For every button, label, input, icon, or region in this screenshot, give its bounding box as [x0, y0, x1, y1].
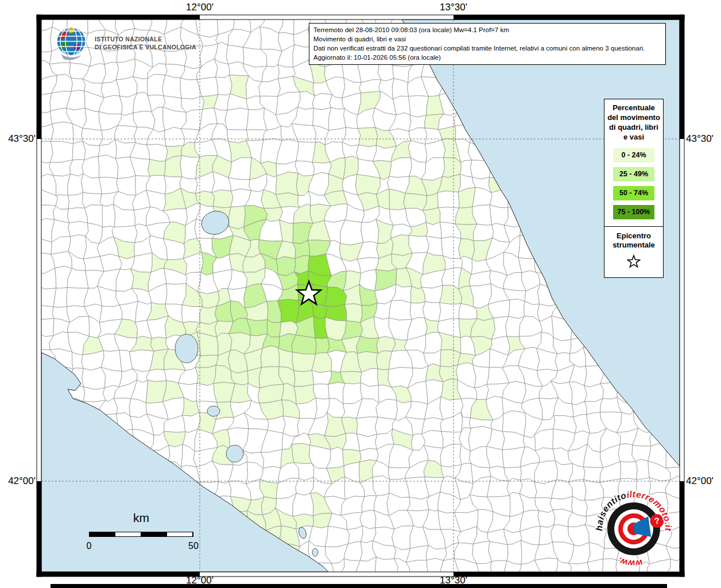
ingv-globe-icon	[53, 24, 90, 62]
institute-name-line1: ISTITUTO NAZIONALE	[95, 35, 196, 43]
coastal-lagoon-2	[312, 548, 318, 556]
logo-www-text: www.	[615, 552, 644, 571]
scale-segment	[141, 532, 166, 536]
event-info-line-4: Aggiornato il: 10-01-2026 05:56 (ora loc…	[313, 53, 661, 63]
lake-vico	[207, 406, 220, 416]
axis-top-right: 13°30'	[429, 2, 478, 13]
legend-title: Percentuale del movimento di quadri, lib…	[604, 103, 663, 144]
scale-segment	[115, 532, 141, 536]
legend-swatch-25-49: 25 - 49%	[613, 167, 654, 181]
haisentito-logo: ? haisentitoilterremoto.it www.	[590, 485, 677, 572]
axis-top-left: 12°00'	[176, 2, 224, 13]
legend-swatch-50-74: 50 - 74%	[613, 186, 654, 200]
scale-bar-segments	[89, 532, 193, 537]
lake-bolsena	[175, 334, 198, 363]
event-info-line-2: Movimento di quadri, libri e vasi	[313, 35, 661, 44]
scale-start-label: 0	[84, 541, 94, 551]
event-info-box: Terremoto del 28-08-2010 09:08:03 (ora l…	[309, 23, 666, 65]
event-info-line-1: Terremoto del 28-08-2010 09:08:03 (ora l…	[313, 26, 661, 35]
ingv-logo-block: ISTITUTO NAZIONALE DI GEOFISICA E VULCAN…	[53, 24, 196, 62]
axis-left-bottom: 42°00'	[1, 475, 36, 487]
scale-end-label: 50	[187, 541, 200, 551]
legend-divider	[604, 226, 663, 227]
legend-star-icon	[626, 254, 641, 269]
lake-bracciano	[226, 445, 243, 462]
scale-segment	[166, 532, 193, 536]
bottom-border-strip	[51, 584, 667, 588]
legend-swatch-75-100: 75 - 100%	[613, 205, 654, 219]
legend-epicenter-label: Epicentro strumentale	[604, 231, 663, 251]
scale-bar: km 0 50	[80, 511, 204, 555]
legend-box: Percentuale del movimento di quadri, lib…	[604, 99, 664, 278]
scale-bar-unit: km	[89, 511, 193, 525]
institute-name-line2: DI GEOFISICA E VULCANOLOGIA	[95, 43, 196, 51]
axis-right-top: 43°30'	[686, 133, 720, 145]
event-info-line-3: Dati non verificati estratti da 232 ques…	[313, 44, 661, 53]
axis-left-top: 43°30'	[1, 133, 36, 145]
legend-swatch-0-24: 0 - 24%	[613, 148, 654, 163]
scale-segment	[90, 532, 115, 536]
axis-right-bottom: 42°00'	[686, 475, 720, 487]
